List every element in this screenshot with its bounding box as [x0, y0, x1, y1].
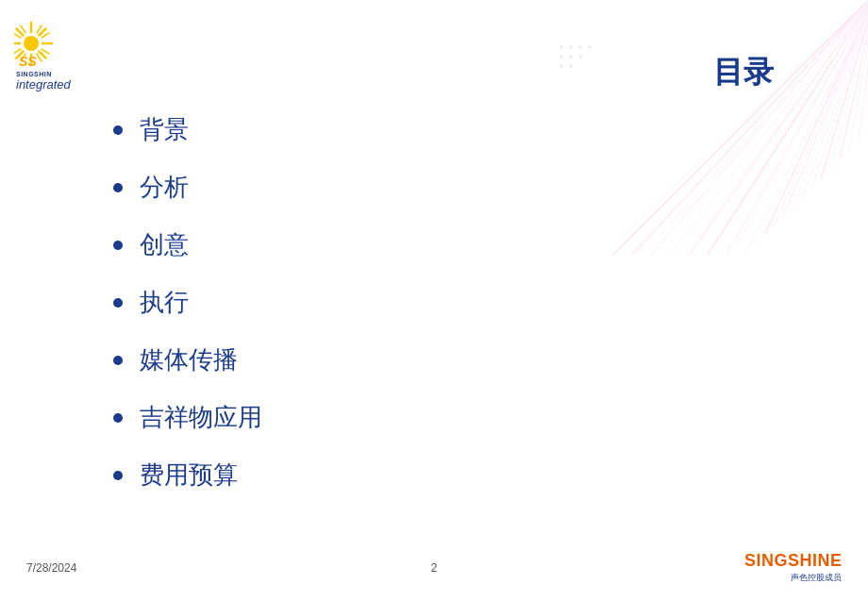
footer-brand-subtitle: 声色控股成员 — [791, 572, 842, 584]
bullet-icon — [113, 125, 123, 135]
svg-point-36 — [559, 64, 563, 68]
svg-point-30 — [569, 45, 573, 49]
menu-item-label: 媒体传播 — [140, 343, 238, 376]
list-item: 执行 — [113, 286, 262, 319]
svg-text:SS: SS — [19, 54, 37, 69]
svg-point-32 — [588, 45, 592, 49]
svg-point-33 — [559, 55, 563, 58]
menu-item-label: 背景 — [140, 113, 189, 146]
footer-logo-area: SINGSHINE 声色控股成员 — [744, 551, 842, 584]
svg-line-53 — [21, 25, 25, 33]
footer-brand-name: SINGSHIN — [744, 551, 830, 571]
bullet-icon — [113, 413, 123, 423]
slide: SS SINGSHIN integrated 目录 背景 分析 创意 执行 — [0, 0, 868, 601]
svg-line-39 — [40, 28, 46, 35]
menu-item-label: 创意 — [140, 228, 189, 261]
svg-line-48 — [42, 49, 49, 54]
bullet-icon — [113, 471, 123, 480]
svg-line-41 — [40, 52, 46, 58]
svg-line-1 — [632, 0, 868, 255]
svg-line-0 — [613, 0, 868, 255]
logo-sun-icon: SS — [14, 17, 71, 69]
svg-line-7 — [745, 0, 868, 255]
svg-line-49 — [37, 54, 42, 61]
deco-sunburst — [613, 0, 868, 255]
logo-text-group: SINGSHIN integrated — [14, 71, 71, 92]
list-item: 费用预算 — [113, 459, 262, 492]
logo-area: SS SINGSHIN integrated — [14, 17, 71, 92]
menu-list: 背景 分析 创意 执行 媒体传播 吉祥物应用 费用预算 — [113, 113, 262, 516]
list-item: 创意 — [113, 228, 262, 261]
svg-line-45 — [16, 28, 23, 35]
svg-point-35 — [578, 55, 582, 58]
svg-point-34 — [569, 55, 573, 58]
footer-page-number: 2 — [431, 561, 438, 575]
footer: 7/28/2024 2 SINGSHINE 声色控股成员 — [0, 551, 868, 584]
svg-line-46 — [37, 25, 42, 33]
list-item: 分析 — [113, 171, 262, 204]
svg-line-47 — [42, 33, 49, 38]
list-item: 媒体传播 — [113, 343, 262, 376]
list-item: 背景 — [113, 113, 262, 146]
svg-line-52 — [14, 33, 21, 38]
svg-point-37 — [569, 64, 573, 68]
bullet-icon — [113, 241, 123, 250]
svg-point-54 — [24, 36, 39, 51]
bullet-icon — [113, 183, 123, 192]
slide-title: 目录 — [713, 55, 774, 89]
menu-item-label: 执行 — [140, 286, 189, 319]
footer-brand-e: E — [830, 551, 842, 571]
menu-item-label: 费用预算 — [140, 459, 238, 492]
logo-singshin-label: SINGSHIN — [16, 71, 71, 77]
deco-dots — [557, 42, 613, 71]
svg-line-18 — [660, 0, 868, 236]
footer-date: 7/28/2024 — [26, 561, 76, 575]
svg-point-29 — [559, 45, 563, 49]
logo-integrated-label: integrated — [16, 77, 71, 92]
menu-item-label: 吉祥物应用 — [140, 401, 262, 434]
svg-point-31 — [578, 45, 582, 49]
bullet-icon — [113, 298, 123, 308]
svg-line-17 — [642, 0, 868, 217]
bullet-icon — [113, 356, 123, 365]
list-item: 吉祥物应用 — [113, 401, 262, 434]
slide-title-area: 目录 — [713, 52, 774, 93]
menu-item-label: 分析 — [140, 171, 189, 204]
